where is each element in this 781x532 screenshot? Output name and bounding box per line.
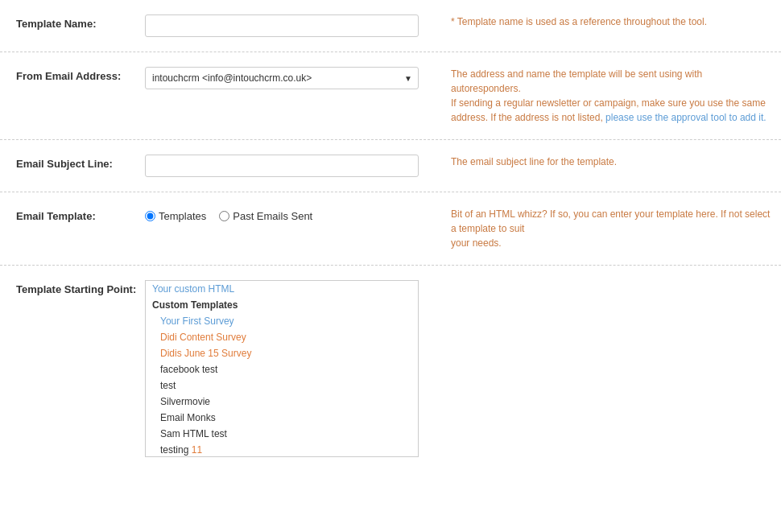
- list-item[interactable]: testing 11: [146, 442, 418, 457]
- template-name-hint: * Template name is used as a reference t…: [435, 14, 773, 29]
- email-subject-hint: The email subject line for the template.: [435, 155, 773, 169]
- template-name-input[interactable]: [145, 14, 419, 37]
- from-email-label: From Email Address:: [8, 67, 145, 82]
- approval-tool-link[interactable]: please use the approval tool to add it.: [605, 112, 766, 123]
- list-item[interactable]: Silvermovie: [146, 394, 418, 410]
- list-item[interactable]: Your custom HTML: [146, 281, 418, 297]
- list-item[interactable]: Sam HTML test: [146, 426, 418, 442]
- email-template-row: Email Template: Templates Past Emails Se…: [0, 192, 781, 266]
- email-template-radio-group: Templates Past Emails Sent: [145, 207, 435, 222]
- list-item[interactable]: Didis June 15 Survey: [146, 345, 418, 361]
- template-name-control: [145, 14, 435, 37]
- email-template-hint: Bit of an HTML whizz? If so, you can ent…: [435, 207, 773, 250]
- email-subject-label: Email Subject Line:: [8, 155, 145, 170]
- from-email-control: intouchcrm <info@intouchcrm.co.uk> ▼: [145, 67, 435, 89]
- radio-past-emails[interactable]: [219, 211, 229, 221]
- template-starting-point-label: Template Starting Point:: [8, 280, 145, 295]
- list-item[interactable]: Didi Content Survey: [146, 329, 418, 345]
- email-subject-input[interactable]: [145, 155, 419, 177]
- email-template-control: Templates Past Emails Sent: [145, 207, 435, 222]
- from-email-hint: The address and name the template will b…: [435, 67, 773, 125]
- email-template-label: Email Template:: [8, 207, 145, 222]
- from-email-select-wrapper: intouchcrm <info@intouchcrm.co.uk> ▼: [145, 67, 419, 89]
- email-subject-control: [145, 155, 435, 177]
- from-email-row: From Email Address: intouchcrm <info@int…: [0, 52, 781, 140]
- radio-templates[interactable]: [145, 211, 155, 221]
- template-name-row: Template Name: * Template name is used a…: [0, 0, 781, 52]
- template-starting-point-row: Template Starting Point: Your custom HTM…: [0, 266, 781, 472]
- radio-templates-label[interactable]: Templates: [145, 210, 206, 222]
- radio-past-emails-label[interactable]: Past Emails Sent: [219, 210, 312, 222]
- email-subject-row: Email Subject Line: The email subject li…: [0, 140, 781, 192]
- list-item[interactable]: Your First Survey: [146, 313, 418, 329]
- list-item[interactable]: test: [146, 377, 418, 394]
- template-starting-point-control: Your custom HTMLCustom TemplatesYour Fir…: [145, 280, 435, 457]
- list-item[interactable]: facebook test: [146, 361, 418, 377]
- template-listbox[interactable]: Your custom HTMLCustom TemplatesYour Fir…: [145, 280, 419, 457]
- list-item[interactable]: Email Monks: [146, 410, 418, 426]
- list-section-title: Custom Templates: [146, 297, 418, 313]
- from-email-select[interactable]: intouchcrm <info@intouchcrm.co.uk>: [145, 67, 419, 89]
- template-name-label: Template Name:: [8, 14, 145, 30]
